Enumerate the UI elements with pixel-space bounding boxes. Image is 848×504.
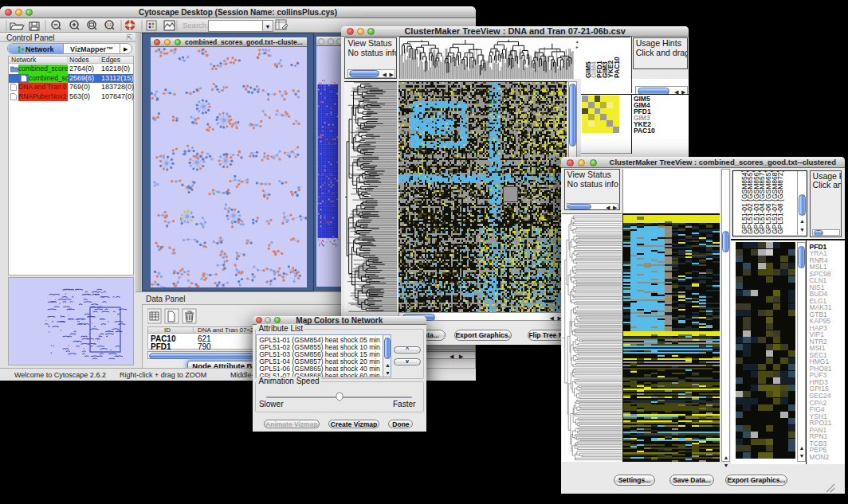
svg-text:Search:: Search: (183, 21, 209, 29)
svg-text:1:1: 1:1 (107, 23, 112, 27)
